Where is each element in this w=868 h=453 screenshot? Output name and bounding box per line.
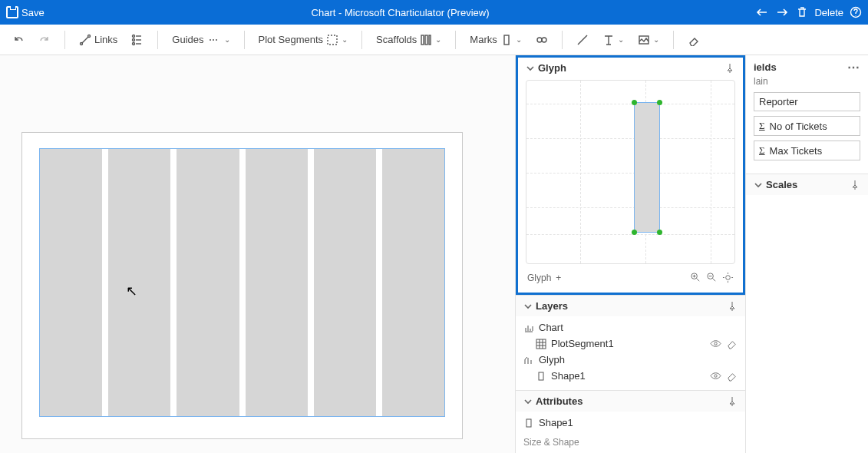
plot-area[interactable] xyxy=(39,148,445,417)
glyph-shape[interactable] xyxy=(634,102,660,233)
redo-button[interactable] xyxy=(34,31,55,49)
fields-panel-header[interactable]: ields ⋯ xyxy=(746,55,868,76)
save-button[interactable]: Save xyxy=(6,6,45,18)
delete-label: Delete xyxy=(814,7,843,18)
field-item-max-tickets[interactable]: Σ Max Tickets xyxy=(754,141,860,160)
layer-glyph[interactable]: Glyph xyxy=(522,352,739,368)
text-dropdown[interactable]: ⌄ xyxy=(598,31,629,49)
bar-placeholder xyxy=(108,149,170,416)
eraser-icon[interactable] xyxy=(726,370,738,382)
pin-icon[interactable] xyxy=(727,396,738,407)
links-button[interactable]: Links xyxy=(74,31,122,49)
glyph-panel-title: Glyph xyxy=(538,62,566,74)
svg-rect-6 xyxy=(328,35,337,45)
eraser-button[interactable] xyxy=(683,31,705,49)
eraser-icon[interactable] xyxy=(726,338,738,349)
chevron-down-icon[interactable] xyxy=(526,64,535,73)
resize-handle[interactable] xyxy=(632,230,637,235)
attributes-panel-header[interactable]: Attributes xyxy=(516,390,745,412)
layers-panel-header[interactable]: Layers xyxy=(516,295,745,316)
undo-button[interactable] xyxy=(8,31,29,49)
svg-point-18 xyxy=(715,342,717,345)
visibility-icon[interactable] xyxy=(710,338,721,349)
resize-handle[interactable] xyxy=(657,100,662,105)
chevron-down-icon xyxy=(523,302,533,311)
line-button[interactable] xyxy=(572,31,593,49)
attributes-group-label: Size & Shape xyxy=(523,431,738,451)
svg-rect-9 xyxy=(429,35,431,45)
svg-rect-8 xyxy=(425,35,427,45)
guides-dropdown[interactable]: Guides ⌄ xyxy=(167,31,234,49)
delete-button[interactable]: Delete xyxy=(814,7,843,18)
trash-icon[interactable] xyxy=(796,6,808,18)
fields-title: ields xyxy=(754,61,777,73)
svg-point-4 xyxy=(133,38,135,41)
more-icon[interactable]: ⋯ xyxy=(847,60,860,74)
chevron-down-icon: ⌄ xyxy=(653,35,659,44)
svg-point-5 xyxy=(133,42,135,45)
layer-shape1[interactable]: Shape1 xyxy=(522,368,739,384)
layer-plotsegment[interactable]: PlotSegment1 xyxy=(522,336,739,352)
rect-icon xyxy=(536,371,546,382)
icon-dropdown[interactable]: ⌄ xyxy=(633,31,664,49)
resize-handle[interactable] xyxy=(657,230,662,235)
chart-canvas[interactable]: ↖ xyxy=(0,55,515,453)
layer-chart[interactable]: Chart xyxy=(522,319,739,336)
legend-button[interactable] xyxy=(127,31,148,49)
window-title: Chart - Microsoft Charticulator (Preview… xyxy=(45,7,757,18)
field-item-no-of-tickets[interactable]: Σ No of Tickets xyxy=(754,116,860,136)
layer-label: Glyph xyxy=(539,354,565,365)
scales-title: Scales xyxy=(766,179,797,190)
save-label: Save xyxy=(21,7,45,18)
sigma-icon: Σ xyxy=(759,144,765,157)
svg-rect-21 xyxy=(526,419,531,427)
attributes-target: Shape1 xyxy=(523,415,738,431)
attributes-title: Attributes xyxy=(536,395,583,407)
pin-icon[interactable] xyxy=(724,63,735,74)
chart-frame: ↖ xyxy=(21,132,463,439)
marks-label: Marks xyxy=(470,34,497,45)
scaffolds-label: Scaffolds xyxy=(376,34,417,45)
zoom-out-icon[interactable] xyxy=(706,272,718,283)
symbol-button[interactable] xyxy=(531,31,553,49)
svg-point-12 xyxy=(542,38,546,42)
visibility-icon[interactable] xyxy=(710,370,721,382)
marks-dropdown[interactable]: Marks ⌄ xyxy=(465,31,526,49)
scales-panel-header[interactable]: Scales xyxy=(746,174,868,195)
attributes-shape-label: Shape1 xyxy=(539,417,573,428)
field-label: Max Tickets xyxy=(770,145,823,157)
chevron-down-icon xyxy=(523,397,533,406)
layers-title: Layers xyxy=(536,300,568,312)
layer-label: Chart xyxy=(539,322,563,333)
sigma-icon: Σ xyxy=(759,120,765,132)
grid-icon xyxy=(536,339,546,349)
fit-icon[interactable] xyxy=(722,272,734,283)
collapse-left-icon[interactable] xyxy=(756,6,770,18)
bar-placeholder xyxy=(314,149,376,416)
bar-placeholder xyxy=(40,149,102,416)
zoom-in-icon[interactable] xyxy=(690,272,701,283)
layers-panel: Chart PlotSegment1 Glyph Shape1 xyxy=(516,316,745,390)
pin-icon[interactable] xyxy=(850,180,860,190)
svg-rect-10 xyxy=(504,35,509,45)
svg-rect-7 xyxy=(421,35,424,45)
expand-right-icon[interactable] xyxy=(776,6,790,18)
help-icon[interactable] xyxy=(850,6,862,18)
pin-icon[interactable] xyxy=(727,301,738,312)
links-label: Links xyxy=(94,34,117,45)
resize-handle[interactable] xyxy=(632,100,637,105)
svg-rect-17 xyxy=(536,339,546,349)
glyph-footer-label: Glyph xyxy=(527,273,551,283)
field-label: No of Tickets xyxy=(770,121,827,132)
guides-label: Guides xyxy=(172,34,203,45)
chevron-down-icon xyxy=(754,180,763,190)
svg-rect-19 xyxy=(539,372,543,380)
glyph-editor[interactable] xyxy=(526,80,735,264)
plot-segments-dropdown[interactable]: Plot Segments ⌄ xyxy=(254,31,353,49)
rect-icon xyxy=(523,418,534,428)
add-glyph-button[interactable]: + xyxy=(556,273,561,283)
scaffolds-dropdown[interactable]: Scaffolds ⌄ xyxy=(371,31,446,49)
field-item-reporter[interactable]: Reporter xyxy=(754,92,860,111)
bar-placeholder xyxy=(246,149,308,416)
chevron-down-icon: ⌄ xyxy=(342,35,348,44)
